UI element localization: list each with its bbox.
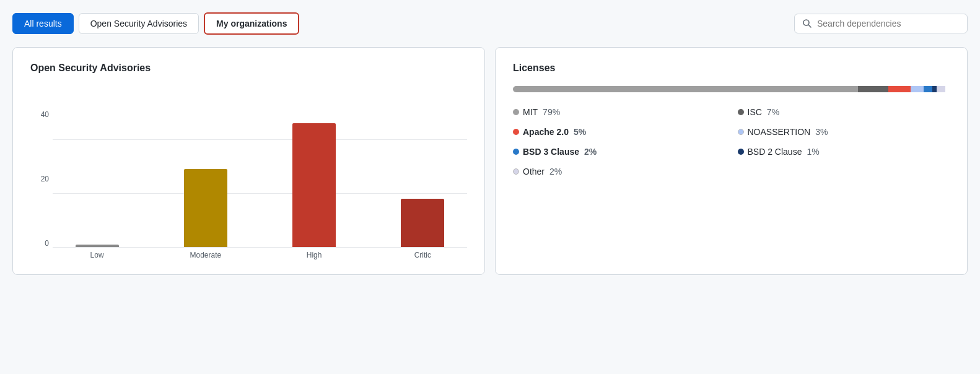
- legend-name-other: Other: [523, 167, 545, 176]
- legend-name-mit: MIT: [523, 107, 538, 117]
- legend-pct-isc: 7%: [767, 107, 779, 117]
- progress-segment-other: [937, 86, 945, 92]
- tab-open-security[interactable]: Open Security Advisories: [79, 13, 199, 34]
- progress-segment-noassertion: [911, 86, 924, 92]
- tab-my-organizations[interactable]: My organizations: [204, 12, 299, 35]
- progress-segment-bsd-3-clause: [924, 86, 932, 92]
- legend-pct-bsd-3-clause: 2%: [584, 147, 597, 157]
- search-icon: [802, 19, 812, 28]
- search-box: [794, 14, 968, 33]
- y-axis: 40 20 0: [30, 111, 53, 247]
- progress-segment-bsd-2-clause: [932, 86, 937, 92]
- licenses-panel: Licenses MIT 79%ISC 7%Apache 2.0 5%NOASS…: [495, 47, 968, 275]
- bar-critic[interactable]: [401, 199, 444, 247]
- legend-dot-other: [513, 168, 519, 175]
- y-label-0: 0: [45, 240, 49, 247]
- legend-item-apache-2.0: Apache 2.0 5%: [513, 127, 725, 137]
- legend-name-noassertion: NOASSERTION: [748, 127, 811, 137]
- bar-group-moderate: Moderate: [161, 169, 250, 259]
- legend-grid: MIT 79%ISC 7%Apache 2.0 5%NOASSERTION 3%…: [513, 107, 950, 176]
- licenses-title: Licenses: [513, 63, 950, 74]
- legend-item-bsd-3-clause: BSD 3 Clause 2%: [513, 147, 725, 157]
- legend-dot-mit: [513, 109, 519, 115]
- y-label-20: 20: [41, 175, 49, 183]
- legend-name-bsd-2-clause: BSD 2 Clause: [748, 147, 802, 157]
- tab-all-results[interactable]: All results: [12, 13, 74, 34]
- svg-point-0: [803, 20, 809, 25]
- bar-high[interactable]: [292, 123, 336, 247]
- chart-inner: 40 20 0 LowModerateHighCritic: [30, 111, 467, 259]
- legend-pct-noassertion: 3%: [815, 127, 828, 137]
- bar-label-critic: Critic: [414, 251, 431, 259]
- legend-dot-apache-2.0: [513, 129, 519, 135]
- progress-segment-mit: [513, 86, 858, 92]
- bars-container: LowModerateHighCritic: [53, 123, 467, 259]
- top-bar: All results Open Security Advisories My …: [12, 12, 968, 35]
- chart-panel: Open Security Advisories 40 20 0 LowMode…: [12, 47, 485, 275]
- legend-pct-bsd-2-clause: 1%: [807, 147, 819, 157]
- legend-item-mit: MIT 79%: [513, 107, 725, 117]
- bar-group-high: High: [270, 123, 359, 259]
- legend-dot-isc: [738, 109, 744, 115]
- bar-group-critic: Critic: [378, 199, 467, 259]
- legend-pct-apache-2.0: 5%: [574, 127, 586, 137]
- panels: Open Security Advisories 40 20 0 LowMode…: [12, 47, 968, 275]
- chart-title: Open Security Advisories: [30, 63, 467, 74]
- legend-pct-mit: 79%: [543, 107, 560, 117]
- licenses-progress-bar: [513, 86, 950, 92]
- bar-moderate[interactable]: [184, 169, 227, 247]
- bar-low[interactable]: [76, 245, 119, 247]
- legend-pct-other: 2%: [549, 167, 562, 176]
- progress-segment-isc: [858, 86, 888, 92]
- progress-segment-apache-2.0: [888, 86, 910, 92]
- legend-item-bsd-2-clause: BSD 2 Clause 1%: [738, 147, 950, 157]
- legend-item-noassertion: NOASSERTION 3%: [738, 127, 950, 137]
- legend-item-isc: ISC 7%: [738, 107, 950, 117]
- y-label-40: 40: [41, 111, 49, 118]
- bar-label-moderate: Moderate: [190, 251, 222, 259]
- bar-label-low: Low: [90, 251, 104, 259]
- legend-dot-bsd-3-clause: [513, 149, 519, 155]
- legend-name-bsd-3-clause: BSD 3 Clause: [523, 147, 579, 157]
- legend-dot-bsd-2-clause: [738, 149, 744, 155]
- legend-item-other: Other 2%: [513, 167, 725, 176]
- svg-line-1: [809, 25, 812, 28]
- bar-label-high: High: [307, 251, 322, 259]
- legend-name-isc: ISC: [748, 107, 762, 117]
- legend-name-apache-2.0: Apache 2.0: [523, 127, 569, 137]
- legend-dot-noassertion: [738, 129, 744, 135]
- bar-group-low: Low: [53, 245, 141, 259]
- chart-area: 40 20 0 LowModerateHighCritic: [30, 86, 467, 259]
- search-input[interactable]: [817, 19, 960, 28]
